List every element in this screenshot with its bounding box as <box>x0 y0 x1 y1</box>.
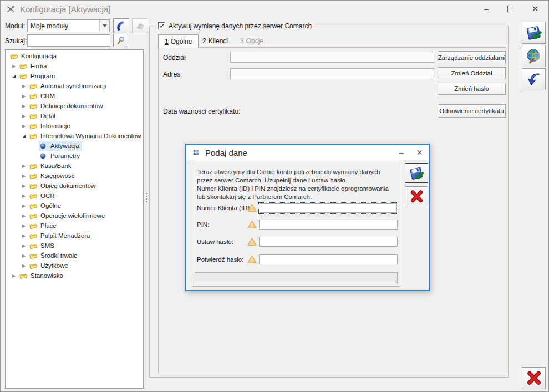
expander-collapsed-icon[interactable]: ▶ <box>19 223 29 228</box>
expander-collapsed-icon[interactable]: ▶ <box>19 114 29 119</box>
folder-icon <box>29 82 38 90</box>
expander-collapsed-icon[interactable]: ▶ <box>19 84 29 89</box>
globe-magnifier-icon <box>526 48 542 64</box>
expander-collapsed-icon[interactable]: ▶ <box>19 174 29 179</box>
tree-item-kasa-bank[interactable]: ▶ Kasa/Bank <box>6 161 143 171</box>
dialog-form-panel: Teraz utworzymy dla Ciebie konto potrzeb… <box>192 164 400 287</box>
search-input[interactable] <box>27 34 110 47</box>
tree-item-informacje[interactable]: ▶ Informacje <box>6 121 143 131</box>
expander-collapsed-icon[interactable]: ▶ <box>19 243 29 248</box>
phone-button[interactable] <box>113 18 129 33</box>
tree-item-uzytkowe[interactable]: ▶ Użytkowe <box>6 261 143 271</box>
adres-input[interactable] <box>230 68 434 79</box>
tree-item-ksiegowosc[interactable]: ▶ Księgowość <box>6 171 143 181</box>
oddzial-label: Oddział <box>163 54 186 62</box>
combobox-dropdown-button[interactable] <box>99 20 109 32</box>
change-password-button[interactable]: Zmień hasło <box>438 83 506 95</box>
tree-item-label: Księgowość <box>39 172 75 179</box>
tree-item-aktywacja[interactable]: Aktywacja <box>6 141 143 151</box>
configuration-window: Konfiguracja [Aktywacja] – ✕ Moduł: Moje… <box>0 0 549 392</box>
tree-item-pulpit-menadzera[interactable]: ▶ Pulpit Menadżera <box>6 231 143 241</box>
activate-checkbox[interactable] <box>158 22 165 29</box>
tree-item-detal[interactable]: ▶ Detal <box>6 111 143 121</box>
tree-item-place[interactable]: ▶ Płace <box>6 221 143 231</box>
tree-item-definicje-dokumentow[interactable]: ▶ Definicje dokumentów <box>6 101 143 111</box>
set-password-input[interactable] <box>259 237 398 247</box>
expander-collapsed-icon[interactable]: ▶ <box>19 203 29 208</box>
change-branch-button[interactable]: Zmień Oddział <box>438 67 506 79</box>
expander-collapsed-icon[interactable]: ▶ <box>19 253 29 258</box>
expander-collapsed-icon[interactable]: ▶ <box>19 194 29 198</box>
expander-collapsed-icon[interactable]: ▶ <box>19 104 29 109</box>
tree-item-firma[interactable]: ▶ Firma <box>6 61 143 71</box>
confirm-password-input[interactable] <box>259 254 398 264</box>
tree-item-operacje-wielofirmowe[interactable]: ▶ Operacje wielofirmowe <box>6 211 143 221</box>
undo-arrow-button[interactable] <box>522 68 546 90</box>
dialog-message-box <box>195 272 398 283</box>
tree-item-stanowisko[interactable]: ▶ Stanowisko <box>6 271 143 281</box>
folder-icon <box>29 92 38 100</box>
tree-item-parametry[interactable]: Parametry <box>6 151 143 161</box>
expander-collapsed-icon[interactable]: ▶ <box>19 184 29 189</box>
module-combobox[interactable]: Moje moduły <box>27 19 110 32</box>
tab-opcje[interactable]: 3 Opcje <box>234 35 270 47</box>
tree-item-internetowa-wymiana-dokumentow[interactable]: ◢ Internetowa Wymiana Dokumentów <box>6 131 143 141</box>
ball-icon <box>39 142 47 150</box>
disabled-doc-button[interactable] <box>132 18 148 33</box>
tree-item-ocr[interactable]: ▶ OCR <box>6 191 143 201</box>
expander-expanded-icon[interactable]: ◢ <box>9 74 19 79</box>
dialog-controls: – ✕ <box>392 145 429 160</box>
search-button[interactable] <box>113 34 128 47</box>
tree-item-label: SMS <box>39 242 55 249</box>
minimize-button[interactable]: – <box>474 1 499 17</box>
title-bar: Konfiguracja [Aktywacja] <box>1 1 548 17</box>
expander-collapsed-icon[interactable]: ▶ <box>19 124 29 129</box>
tab-klienci[interactable]: 2 Klienci <box>196 35 234 47</box>
globe-search-button[interactable] <box>522 45 546 67</box>
dialog-save-button[interactable] <box>405 163 428 183</box>
folder-icon <box>19 272 28 279</box>
dialog-cancel-button[interactable] <box>405 186 428 206</box>
dialog-close-button[interactable]: ✕ <box>410 145 429 160</box>
tree-item-program[interactable]: ◢ Program <box>6 71 143 81</box>
tab-number: 3 <box>240 37 244 45</box>
expander-expanded-icon[interactable]: ◢ <box>19 134 29 139</box>
tab-label: Opcje <box>246 37 263 45</box>
manage-branches-button[interactable]: Zarządzanie oddziałami <box>438 51 506 64</box>
maximize-icon <box>507 6 514 12</box>
expander-collapsed-icon[interactable]: ▶ <box>19 233 29 238</box>
tree-item-srodki-trwale[interactable]: ▶ Środki trwałe <box>6 251 143 261</box>
cert-expiry-label: Data ważności certyfikatu: <box>163 108 240 115</box>
close-button[interactable]: ✕ <box>523 1 547 17</box>
tree-item-sms[interactable]: ▶ SMS <box>6 241 143 251</box>
tree-item-konfiguracja[interactable]: Konfiguracja <box>6 51 143 61</box>
tab-ogolne[interactable]: 1 Ogólne <box>158 34 199 48</box>
renew-certificate-button[interactable]: Odnowienie certyfikatu <box>438 104 506 118</box>
tree-item-automat-synchronizacji[interactable]: ▶ Automat synchronizacji <box>6 81 143 91</box>
expander-collapsed-icon[interactable]: ▶ <box>19 263 29 268</box>
tree-item-obieg-dokumentow[interactable]: ▶ Obieg dokumentów <box>6 181 143 191</box>
dialog-minimize-button[interactable]: – <box>392 145 410 160</box>
tab-label: Klienci <box>209 37 228 45</box>
close-window-button[interactable] <box>522 367 546 389</box>
expander-collapsed-icon[interactable]: ▶ <box>19 94 29 99</box>
expander-collapsed-icon[interactable]: ▶ <box>9 273 19 278</box>
maximize-button[interactable] <box>499 1 523 17</box>
tree-item-label: Płace <box>39 222 58 229</box>
pin-input[interactable] <box>259 220 398 230</box>
tree-item-label: Internetowa Wymiana Dokumentów <box>39 133 142 139</box>
tree-item-crm[interactable]: ▶ CRM <box>6 91 143 101</box>
oddzial-input[interactable] <box>230 52 434 63</box>
warning-icon <box>247 255 257 263</box>
splitter-handle[interactable] <box>146 193 147 202</box>
tree-item-label: Konfiguracja <box>20 53 58 59</box>
red-x-icon <box>526 370 542 386</box>
pin-label: PIN: <box>197 221 209 228</box>
save-button[interactable] <box>522 22 546 44</box>
client-id-input[interactable] <box>260 203 397 213</box>
expander-collapsed-icon[interactable]: ▶ <box>9 64 19 69</box>
expander-collapsed-icon[interactable]: ▶ <box>19 164 29 169</box>
config-tree: Konfiguracja ▶ Firma ◢ Program ▶ Automat… <box>5 49 144 389</box>
expander-collapsed-icon[interactable]: ▶ <box>19 213 29 218</box>
tree-item-ogolne[interactable]: ▶ Ogólne <box>6 201 143 211</box>
